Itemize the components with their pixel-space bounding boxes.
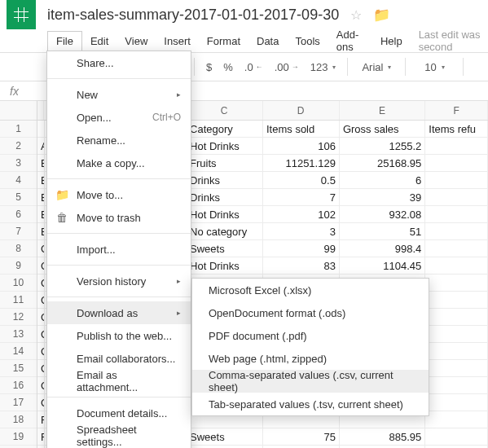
cell[interactable]: 106 bbox=[263, 138, 340, 155]
menu-item-version-history[interactable]: Version history▸ bbox=[47, 270, 191, 292]
menu-item-move-to[interactable]: 📁Move to... bbox=[47, 183, 191, 206]
row-header[interactable]: 6 bbox=[0, 206, 37, 223]
submenu-item[interactable]: Microsoft Excel (.xlsx) bbox=[192, 279, 429, 301]
cell[interactable]: Fruits bbox=[187, 155, 263, 172]
decrease-decimal-button[interactable]: .0← bbox=[240, 58, 268, 77]
submenu-item[interactable]: Comma-separated values (.csv, current sh… bbox=[192, 370, 429, 393]
header-cell[interactable]: Gross sales bbox=[340, 121, 425, 138]
cell[interactable] bbox=[425, 343, 488, 360]
row-header[interactable]: 4 bbox=[0, 172, 37, 189]
format-currency-button[interactable]: $ bbox=[201, 58, 217, 77]
menu-tools[interactable]: Tools bbox=[287, 32, 328, 51]
cell[interactable]: C bbox=[37, 326, 45, 343]
menu-item-document-details[interactable]: Document details... bbox=[47, 402, 191, 424]
row-header[interactable]: 3 bbox=[0, 155, 37, 172]
select-all-corner[interactable] bbox=[0, 101, 37, 121]
column-header[interactable]: C bbox=[186, 101, 262, 120]
cell[interactable]: 1104.45 bbox=[340, 257, 425, 275]
row-header[interactable]: 17 bbox=[0, 394, 37, 411]
cell[interactable]: Hot Drinks bbox=[187, 206, 263, 223]
menu-item-email-attachment[interactable]: Email as attachment... bbox=[47, 370, 191, 393]
menu-edit[interactable]: Edit bbox=[82, 32, 117, 51]
cell[interactable]: Hot Drinks bbox=[187, 257, 263, 275]
cell[interactable]: 75 bbox=[263, 428, 340, 446]
cell[interactable] bbox=[425, 206, 488, 223]
cell[interactable]: C bbox=[37, 257, 45, 275]
row-header[interactable]: 19 bbox=[0, 428, 37, 446]
menu-item-import[interactable]: Import... bbox=[47, 238, 191, 261]
cell[interactable]: C bbox=[37, 240, 45, 257]
menu-view[interactable]: View bbox=[117, 32, 156, 51]
submenu-item[interactable]: Tab-separated values (.tsv, current shee… bbox=[192, 393, 429, 415]
submenu-item[interactable]: PDF document (.pdf) bbox=[192, 324, 429, 347]
cell[interactable]: 102 bbox=[263, 206, 340, 223]
menu-item-publish[interactable]: Publish to the web... bbox=[47, 324, 191, 347]
menu-item-spreadsheet-settings[interactable]: Spreadsheet settings... bbox=[47, 424, 191, 447]
menu-item-email-collaborators[interactable]: Email collaborators... bbox=[47, 347, 191, 370]
cell[interactable] bbox=[425, 292, 488, 309]
cell[interactable]: No category bbox=[187, 223, 263, 240]
cell[interactable]: C bbox=[37, 343, 45, 360]
format-percent-button[interactable]: % bbox=[218, 58, 238, 77]
row-header[interactable]: 5 bbox=[0, 189, 37, 206]
cell[interactable]: F bbox=[37, 428, 45, 446]
menu-file[interactable]: File bbox=[47, 31, 82, 51]
cell[interactable]: Sweets bbox=[187, 428, 263, 446]
cell[interactable]: E bbox=[37, 155, 45, 172]
menu-help[interactable]: Help bbox=[372, 32, 411, 51]
row-header[interactable]: 12 bbox=[0, 309, 37, 326]
menu-insert[interactable]: Insert bbox=[156, 32, 199, 51]
cell[interactable]: Drinks bbox=[187, 172, 263, 189]
cell[interactable]: E bbox=[37, 189, 45, 206]
cell[interactable]: 6 bbox=[340, 172, 425, 189]
header-cell[interactable]: Items sold bbox=[263, 121, 340, 138]
cell[interactable]: 7 bbox=[263, 189, 340, 206]
row-header[interactable]: 8 bbox=[0, 240, 37, 257]
row-header[interactable]: 16 bbox=[0, 377, 37, 394]
cell[interactable]: 83 bbox=[263, 257, 340, 275]
cell[interactable]: E bbox=[37, 172, 45, 189]
increase-decimal-button[interactable]: .00→ bbox=[270, 58, 304, 77]
cell[interactable]: 51 bbox=[340, 223, 425, 240]
cell[interactable] bbox=[425, 428, 488, 446]
header-cell[interactable]: Items refu bbox=[425, 121, 488, 138]
cell[interactable]: 99 bbox=[263, 240, 340, 257]
cell[interactable] bbox=[425, 394, 488, 411]
cell[interactable] bbox=[425, 326, 488, 343]
cell[interactable]: 3 bbox=[263, 223, 340, 240]
cell[interactable]: 998.4 bbox=[340, 240, 425, 257]
font-size-dropdown[interactable]: 10 bbox=[412, 58, 456, 77]
row-header[interactable]: 2 bbox=[0, 138, 37, 155]
cell[interactable]: C bbox=[37, 360, 45, 377]
cell[interactable]: 1255.2 bbox=[340, 138, 425, 155]
cell[interactable]: 25168.95 bbox=[340, 155, 425, 172]
menu-format[interactable]: Format bbox=[199, 32, 248, 51]
row-header[interactable]: 7 bbox=[0, 223, 37, 240]
cell[interactable] bbox=[425, 411, 488, 428]
row-header[interactable]: 14 bbox=[0, 343, 37, 360]
cell[interactable]: E bbox=[37, 223, 45, 240]
row-header[interactable]: 11 bbox=[0, 292, 37, 309]
row-header[interactable]: 18 bbox=[0, 411, 37, 428]
cell[interactable] bbox=[425, 138, 488, 155]
row-header[interactable]: 10 bbox=[0, 275, 37, 292]
cell[interactable]: Drinks bbox=[187, 189, 263, 206]
submenu-item[interactable]: OpenDocument format (.ods) bbox=[192, 301, 429, 324]
cell[interactable]: 39 bbox=[340, 189, 425, 206]
cell[interactable]: F bbox=[37, 411, 45, 428]
cell[interactable] bbox=[425, 257, 488, 275]
cell[interactable] bbox=[425, 240, 488, 257]
star-icon[interactable]: ☆ bbox=[350, 7, 362, 23]
menu-add-ons[interactable]: Add-ons bbox=[328, 25, 372, 56]
cell[interactable]: E bbox=[37, 206, 45, 223]
cell[interactable]: 11251.129 bbox=[263, 155, 340, 172]
cell[interactable] bbox=[425, 189, 488, 206]
cell[interactable]: C bbox=[37, 309, 45, 326]
header-cell[interactable] bbox=[37, 121, 45, 138]
cell[interactable]: 0.5 bbox=[263, 172, 340, 189]
row-header[interactable]: 15 bbox=[0, 360, 37, 377]
menu-item-move-to-trash[interactable]: 🗑Move to trash bbox=[47, 206, 191, 229]
cell[interactable]: A bbox=[37, 138, 45, 155]
document-title[interactable]: item-sales-summary-2017-01-01-2017-09-30 bbox=[47, 7, 339, 24]
folder-icon[interactable]: 📁 bbox=[373, 7, 390, 24]
